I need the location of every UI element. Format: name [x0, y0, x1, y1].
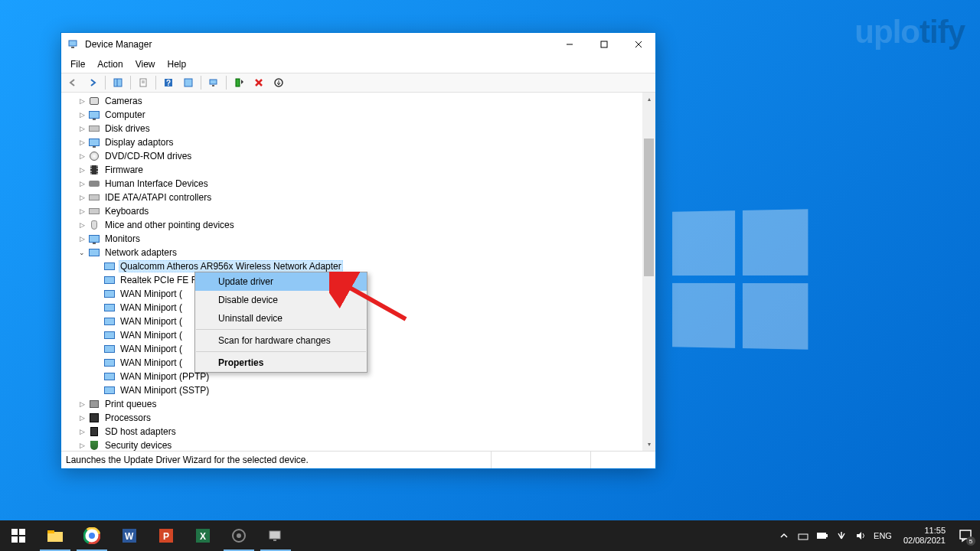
scan-hardware-button[interactable]	[204, 74, 223, 91]
ctx-properties[interactable]: Properties	[195, 354, 367, 372]
svg-rect-42	[273, 540, 276, 541]
svg-rect-43	[799, 534, 808, 540]
start-button[interactable]	[0, 520, 37, 551]
expander-icon[interactable]: ▷	[77, 233, 87, 244]
uninstall-button[interactable]	[250, 74, 268, 91]
network-icon	[88, 246, 100, 259]
svg-rect-41	[270, 531, 280, 539]
camera-icon	[88, 95, 100, 107]
expander-icon[interactable]: ▷	[77, 220, 87, 230]
network-adapter-icon	[103, 384, 116, 396]
back-button[interactable]	[64, 74, 82, 91]
tree-item-hid[interactable]: ▷Human Interface Devices	[61, 177, 642, 191]
svg-rect-27	[47, 530, 54, 533]
close-button[interactable]	[621, 33, 655, 56]
network-adapter-icon	[103, 315, 116, 328]
taskbar-word[interactable]: W	[110, 520, 147, 551]
tree-item-security-devices[interactable]: ▷Security devices	[61, 439, 642, 451]
vertical-scrollbar[interactable]: ▴ ▾	[642, 93, 655, 451]
tray-onedrive-icon[interactable]	[797, 530, 809, 542]
tree-item-disk-drives[interactable]: ▷Disk drives	[61, 122, 642, 135]
network-adapter-icon	[103, 343, 116, 355]
expander-icon[interactable]: ▷	[77, 399, 87, 409]
expander-icon[interactable]: ⌄	[77, 247, 87, 258]
app-icon	[67, 38, 80, 51]
disable-button[interactable]	[270, 74, 288, 91]
svg-rect-0	[69, 41, 77, 46]
taskbar-excel[interactable]: X	[184, 520, 220, 551]
menu-file[interactable]: File	[64, 57, 91, 71]
tree-item-sd-host[interactable]: ▷SD host adapters	[61, 425, 642, 439]
tray-wifi-icon[interactable]	[835, 530, 848, 542]
taskbar-device-manager[interactable]	[257, 520, 294, 551]
expander-icon[interactable]: ▷	[77, 123, 87, 134]
scroll-thumb[interactable]	[644, 139, 654, 276]
ctx-scan-hardware[interactable]: Scan for hardware changes	[195, 331, 367, 350]
forward-button[interactable]	[83, 74, 102, 91]
tree-item-mice[interactable]: ▷Mice and other pointing devices	[61, 218, 642, 232]
show-hide-tree-button[interactable]	[109, 74, 127, 91]
expander-icon[interactable]: ▷	[77, 426, 87, 437]
tray-language[interactable]: ENG	[874, 531, 892, 540]
expander-icon[interactable]: ▷	[77, 440, 87, 451]
expander-icon[interactable]: ▷	[77, 412, 87, 423]
titlebar[interactable]: Device Manager	[61, 33, 655, 56]
menu-action[interactable]: Action	[91, 57, 129, 71]
tray-notifications-icon[interactable]: 5	[957, 527, 974, 544]
show-hidden-button[interactable]	[179, 74, 198, 91]
statusbar: Launches the Update Driver Wizard for th…	[61, 452, 655, 468]
minimize-button[interactable]	[552, 33, 586, 56]
separator	[196, 329, 366, 330]
context-menu: Update driver Disable device Uninstall d…	[194, 272, 368, 373]
tree-item-print-queues[interactable]: ▷Print queues	[61, 397, 642, 411]
tree-item-network-adapters[interactable]: ⌄Network adapters	[61, 246, 642, 259]
tray-volume-icon[interactable]	[854, 530, 867, 542]
expander-icon[interactable]: ▷	[77, 206, 87, 217]
update-driver-button[interactable]	[230, 74, 248, 91]
separator	[196, 351, 366, 352]
scroll-down-icon[interactable]: ▾	[642, 438, 655, 451]
expander-icon[interactable]: ▷	[77, 192, 87, 203]
properties-button[interactable]	[134, 74, 152, 91]
network-adapter-icon	[103, 288, 116, 300]
expander-icon[interactable]: ▷	[77, 165, 87, 175]
svg-point-32	[89, 533, 95, 539]
menu-view[interactable]: View	[129, 57, 162, 71]
scroll-up-icon[interactable]: ▴	[642, 93, 655, 106]
ctx-disable-device[interactable]: Disable device	[195, 291, 367, 309]
expander-icon[interactable]: ▷	[77, 178, 87, 189]
ctx-update-driver[interactable]: Update driver	[195, 272, 367, 291]
help-button[interactable]: ?	[159, 74, 178, 91]
taskbar-chrome[interactable]	[74, 520, 110, 551]
tree-item-wan-miniport-sstp[interactable]: WAN Miniport (SSTP)	[61, 383, 642, 397]
expander-icon[interactable]: ▷	[77, 137, 87, 148]
tree-item-monitors[interactable]: ▷Monitors	[61, 232, 642, 246]
tray-clock[interactable]: 11:55 02/08/2021	[903, 526, 946, 546]
tree-item-dvd[interactable]: ▷DVD/CD-ROM drives	[61, 149, 642, 163]
menu-help[interactable]: Help	[162, 57, 193, 71]
toolbar: ?	[61, 73, 655, 93]
expander-icon[interactable]: ▷	[77, 109, 87, 120]
tree-item-ide[interactable]: ▷IDE ATA/ATAPI controllers	[61, 191, 642, 204]
tree-item-computer[interactable]: ▷Computer	[61, 108, 642, 122]
tray-battery-icon[interactable]	[816, 530, 828, 542]
tray-expand-icon[interactable]	[778, 530, 790, 542]
tree-item-firmware[interactable]: ▷Firmware	[61, 163, 642, 177]
tree-item-keyboards[interactable]: ▷Keyboards	[61, 204, 642, 218]
ctx-uninstall-device[interactable]: Uninstall device	[195, 309, 367, 328]
network-adapter-icon	[103, 329, 116, 341]
svg-rect-25	[19, 536, 25, 543]
tree-item-processors[interactable]: ▷Processors	[61, 411, 642, 425]
tree-item-display-adaptors[interactable]: ▷Display adaptors	[61, 135, 642, 149]
svg-rect-1	[71, 47, 74, 48]
tree-item-cameras[interactable]: ▷Cameras	[61, 94, 642, 108]
expander-icon[interactable]: ▷	[77, 96, 87, 106]
maximize-button[interactable]	[586, 33, 621, 56]
expander-icon[interactable]: ▷	[77, 151, 87, 161]
taskbar-powerpoint[interactable]: P	[147, 520, 184, 551]
taskbar-settings[interactable]	[220, 520, 257, 551]
device-manager-window: Device Manager File Action View Help ? ▷…	[60, 32, 656, 469]
taskbar-file-explorer[interactable]	[37, 520, 74, 551]
svg-rect-14	[210, 80, 217, 84]
status-text: Launches the Update Driver Wizard for th…	[61, 452, 492, 468]
